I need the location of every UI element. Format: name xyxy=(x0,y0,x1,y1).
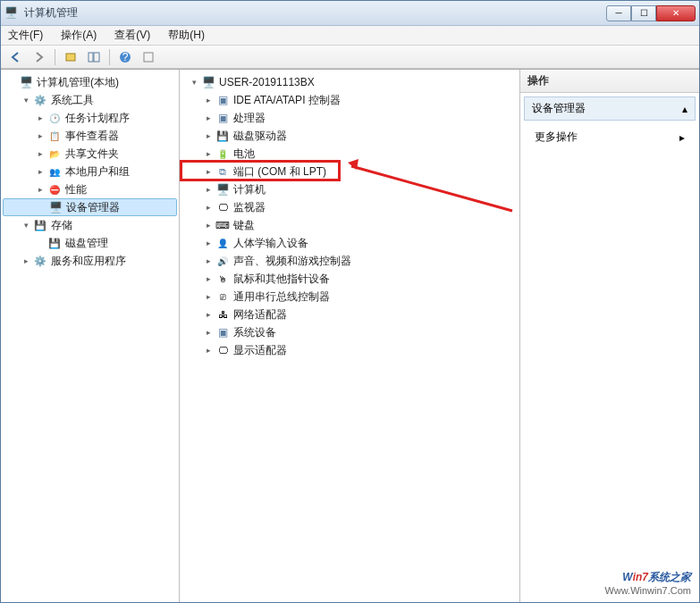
expander-closed-icon[interactable]: ▸ xyxy=(21,255,31,266)
expander-open-icon[interactable]: ▾ xyxy=(21,95,31,105)
show-hide-tree-button[interactable] xyxy=(84,47,104,67)
tree-row[interactable]: ▸服务和应用程序 xyxy=(3,252,177,270)
usb-icon xyxy=(215,289,230,304)
tree-label: 端口 (COM 和 LPT) xyxy=(233,164,326,180)
watermark-url: Www.Winwin7.Com xyxy=(604,585,691,596)
app-icon xyxy=(4,6,19,21)
gear-icon xyxy=(33,93,47,107)
left-tree-pane[interactable]: 计算机管理(本地)▾系统工具▸任务计划程序▸事件查看器▸共享文件夹▸本地用户和组… xyxy=(1,70,180,602)
tree-label: 人体学输入设备 xyxy=(233,236,308,251)
actions-pane: 操作 设备管理器 ▴ 更多操作 ▸ xyxy=(520,70,699,602)
tree-label: 处理器 xyxy=(233,111,266,126)
tree-label: 通用串行总线控制器 xyxy=(233,289,330,305)
expander-closed-icon[interactable]: ▸ xyxy=(203,255,214,266)
port-icon xyxy=(215,164,230,179)
actions-subheader[interactable]: 设备管理器 ▴ xyxy=(524,96,696,121)
tree-label: 磁盘管理 xyxy=(65,236,108,251)
tree-row[interactable]: ▸性能 xyxy=(3,180,177,198)
expander-none xyxy=(6,77,17,88)
expander-none xyxy=(36,202,46,213)
tree-row[interactable]: ▸通用串行总线控制器 xyxy=(181,288,518,306)
menubar: 文件(F) 操作(A) 查看(V) 帮助(H) xyxy=(1,26,699,46)
actions-more[interactable]: 更多操作 ▸ xyxy=(520,124,699,150)
tree-row[interactable]: ▾系统工具 xyxy=(3,91,177,109)
tree-label: 任务计划程序 xyxy=(65,111,130,126)
tree-row[interactable]: ▸显示适配器 xyxy=(181,341,518,359)
chip-icon xyxy=(215,325,230,339)
expander-closed-icon[interactable]: ▸ xyxy=(35,184,46,195)
tree-row[interactable]: ▾USER-20191113BX xyxy=(181,73,518,91)
expander-closed-icon[interactable]: ▸ xyxy=(203,345,214,356)
tree-row[interactable]: 设备管理器 xyxy=(3,198,177,216)
menu-help[interactable]: 帮助(H) xyxy=(164,26,208,45)
expander-open-icon[interactable]: ▾ xyxy=(21,220,31,230)
expander-open-icon[interactable]: ▾ xyxy=(189,77,199,88)
menu-view[interactable]: 查看(V) xyxy=(111,26,154,45)
expander-closed-icon[interactable]: ▸ xyxy=(203,184,214,195)
menu-action[interactable]: 操作(A) xyxy=(57,26,100,45)
tree-row[interactable]: ▸计算机 xyxy=(181,180,518,198)
expander-closed-icon[interactable]: ▸ xyxy=(203,238,214,248)
tree-row[interactable]: 计算机管理(本地) xyxy=(3,73,177,91)
expander-closed-icon[interactable]: ▸ xyxy=(203,327,214,338)
device-tree-pane[interactable]: ▾USER-20191113BX▸IDE ATA/ATAPI 控制器▸处理器▸磁… xyxy=(180,70,520,602)
expander-closed-icon[interactable]: ▸ xyxy=(35,130,46,141)
expander-closed-icon[interactable]: ▸ xyxy=(203,95,214,105)
menu-file[interactable]: 文件(F) xyxy=(4,26,46,45)
watermark-brand: Win7系统之家 xyxy=(604,568,691,585)
up-button[interactable] xyxy=(61,47,80,67)
tree-label: 系统设备 xyxy=(233,325,276,340)
tree-row[interactable]: ▸电池 xyxy=(181,145,518,163)
tree-row[interactable]: ▸网络适配器 xyxy=(181,306,518,323)
actions-more-label: 更多操作 xyxy=(535,130,578,145)
tree-row[interactable]: ▸鼠标和其他指针设备 xyxy=(181,270,518,288)
svg-rect-2 xyxy=(94,53,99,62)
tree-label: 显示适配器 xyxy=(233,343,287,358)
expander-closed-icon[interactable]: ▸ xyxy=(203,309,214,320)
tree-row[interactable]: 磁盘管理 xyxy=(3,234,177,252)
expander-closed-icon[interactable]: ▸ xyxy=(203,220,214,230)
expander-closed-icon[interactable]: ▸ xyxy=(203,166,214,177)
minimize-button[interactable]: ─ xyxy=(606,5,631,21)
chip-icon xyxy=(215,93,230,107)
tree-row[interactable]: ▸声音、视频和游戏控制器 xyxy=(181,252,518,270)
tree-row[interactable]: ▸系统设备 xyxy=(181,323,518,341)
titlebar[interactable]: 计算机管理 ─ ☐ ✕ xyxy=(1,1,699,26)
close-button[interactable]: ✕ xyxy=(656,5,696,21)
tree-row[interactable]: ▸共享文件夹 xyxy=(3,145,177,163)
expander-closed-icon[interactable]: ▸ xyxy=(35,166,46,177)
expander-closed-icon[interactable]: ▸ xyxy=(203,291,214,302)
expander-closed-icon[interactable]: ▸ xyxy=(203,202,214,213)
display-icon xyxy=(215,343,230,357)
forward-button[interactable] xyxy=(30,47,49,67)
tree-row[interactable]: ▸IDE ATA/ATAPI 控制器 xyxy=(181,91,518,109)
tree-row[interactable]: ▸端口 (COM 和 LPT) xyxy=(181,163,518,180)
expander-closed-icon[interactable]: ▸ xyxy=(35,148,46,159)
mmc-button[interactable] xyxy=(139,47,158,67)
tree-row[interactable]: ▸键盘 xyxy=(181,216,518,234)
tree-label: 设备管理器 xyxy=(66,200,120,215)
tree-row[interactable]: ▸本地用户和组 xyxy=(3,163,177,180)
help-button[interactable]: ? xyxy=(115,47,135,67)
expander-closed-icon[interactable]: ▸ xyxy=(203,130,214,141)
tree-label: 键盘 xyxy=(233,218,255,233)
back-button[interactable] xyxy=(6,47,26,67)
tree-row[interactable]: ▸监视器 xyxy=(181,198,518,216)
chevron-right-icon: ▸ xyxy=(679,131,685,144)
expander-closed-icon[interactable]: ▸ xyxy=(203,113,214,123)
human-icon xyxy=(215,236,230,250)
tree-row[interactable]: ▾存储 xyxy=(3,216,177,234)
gear-icon xyxy=(33,254,47,268)
tree-label: 网络适配器 xyxy=(233,307,287,322)
expander-closed-icon[interactable]: ▸ xyxy=(35,113,46,123)
tree-row[interactable]: ▸处理器 xyxy=(181,109,518,127)
monitor-icon xyxy=(215,182,230,197)
expander-closed-icon[interactable]: ▸ xyxy=(203,148,214,159)
expander-closed-icon[interactable]: ▸ xyxy=(203,273,214,284)
tree-row[interactable]: ▸磁盘驱动器 xyxy=(181,127,518,145)
tree-label: 声音、视频和游戏控制器 xyxy=(233,254,351,269)
maximize-button[interactable]: ☐ xyxy=(631,5,656,21)
tree-row[interactable]: ▸任务计划程序 xyxy=(3,109,177,127)
tree-row[interactable]: ▸人体学输入设备 xyxy=(181,234,518,252)
tree-row[interactable]: ▸事件查看器 xyxy=(3,127,177,145)
